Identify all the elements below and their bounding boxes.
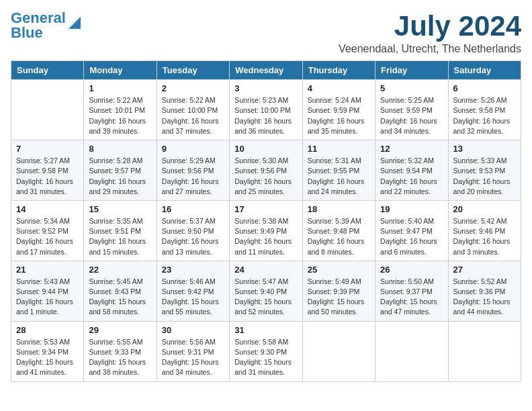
logo-arrow-icon bbox=[67, 15, 82, 30]
day-number: 25 bbox=[308, 265, 370, 275]
calendar-cell: 18Sunrise: 5:39 AM Sunset: 9:48 PM Dayli… bbox=[302, 200, 375, 261]
day-number: 27 bbox=[453, 265, 516, 275]
day-info: Sunrise: 5:39 AM Sunset: 9:48 PM Dayligh… bbox=[308, 216, 370, 257]
calendar-cell: 20Sunrise: 5:42 AM Sunset: 9:46 PM Dayli… bbox=[448, 200, 521, 261]
day-info: Sunrise: 5:47 AM Sunset: 9:40 PM Dayligh… bbox=[234, 277, 297, 318]
col-sunday: Sunday bbox=[11, 61, 84, 80]
calendar-cell: 10Sunrise: 5:30 AM Sunset: 9:56 PM Dayli… bbox=[230, 140, 302, 201]
day-number: 5 bbox=[380, 83, 443, 93]
col-saturday: Saturday bbox=[448, 61, 521, 80]
calendar-week-row: 14Sunrise: 5:34 AM Sunset: 9:52 PM Dayli… bbox=[11, 200, 521, 261]
day-number: 26 bbox=[380, 265, 443, 275]
day-info: Sunrise: 5:22 AM Sunset: 10:01 PM Daylig… bbox=[89, 95, 151, 136]
day-number: 4 bbox=[308, 83, 370, 93]
day-info: Sunrise: 5:38 AM Sunset: 9:49 PM Dayligh… bbox=[234, 216, 297, 257]
title-block: July 2024 Veenendaal, Utrecht, The Nethe… bbox=[339, 11, 521, 55]
calendar-cell bbox=[448, 321, 521, 381]
calendar-cell: 8Sunrise: 5:28 AM Sunset: 9:57 PM Daylig… bbox=[84, 140, 157, 201]
calendar-cell: 30Sunrise: 5:56 AM Sunset: 9:31 PM Dayli… bbox=[157, 321, 229, 381]
calendar-cell: 9Sunrise: 5:29 AM Sunset: 9:56 PM Daylig… bbox=[157, 140, 229, 201]
calendar-cell: 12Sunrise: 5:32 AM Sunset: 9:54 PM Dayli… bbox=[375, 140, 448, 201]
day-number: 31 bbox=[234, 325, 297, 335]
day-info: Sunrise: 5:28 AM Sunset: 9:57 PM Dayligh… bbox=[89, 156, 151, 197]
day-info: Sunrise: 5:32 AM Sunset: 9:54 PM Dayligh… bbox=[380, 156, 443, 197]
calendar-cell: 21Sunrise: 5:43 AM Sunset: 9:44 PM Dayli… bbox=[11, 261, 84, 321]
calendar-cell: 27Sunrise: 5:52 AM Sunset: 9:36 PM Dayli… bbox=[448, 261, 521, 321]
calendar-week-row: 21Sunrise: 5:43 AM Sunset: 9:44 PM Dayli… bbox=[11, 261, 521, 321]
calendar-table: Sunday Monday Tuesday Wednesday Thursday… bbox=[11, 60, 521, 381]
day-info: Sunrise: 5:50 AM Sunset: 9:37 PM Dayligh… bbox=[380, 277, 443, 318]
calendar-header-row: Sunday Monday Tuesday Wednesday Thursday… bbox=[11, 61, 521, 80]
day-number: 7 bbox=[16, 144, 79, 154]
col-monday: Monday bbox=[84, 61, 157, 80]
day-info: Sunrise: 5:30 AM Sunset: 9:56 PM Dayligh… bbox=[234, 156, 297, 197]
day-number: 28 bbox=[16, 325, 79, 335]
day-info: Sunrise: 5:40 AM Sunset: 9:47 PM Dayligh… bbox=[380, 216, 443, 257]
day-info: Sunrise: 5:43 AM Sunset: 9:44 PM Dayligh… bbox=[16, 277, 79, 318]
day-info: Sunrise: 5:42 AM Sunset: 9:46 PM Dayligh… bbox=[453, 216, 516, 257]
day-info: Sunrise: 5:33 AM Sunset: 9:53 PM Dayligh… bbox=[453, 156, 516, 197]
day-number: 29 bbox=[89, 325, 151, 335]
calendar-cell bbox=[11, 80, 84, 140]
calendar-cell: 11Sunrise: 5:31 AM Sunset: 9:55 PM Dayli… bbox=[302, 140, 375, 201]
calendar-week-row: 28Sunrise: 5:53 AM Sunset: 9:34 PM Dayli… bbox=[11, 321, 521, 381]
calendar-cell: 26Sunrise: 5:50 AM Sunset: 9:37 PM Dayli… bbox=[375, 261, 448, 321]
col-friday: Friday bbox=[375, 61, 448, 80]
day-info: Sunrise: 5:55 AM Sunset: 9:33 PM Dayligh… bbox=[89, 337, 151, 378]
calendar-cell: 24Sunrise: 5:47 AM Sunset: 9:40 PM Dayli… bbox=[230, 261, 302, 321]
calendar-cell: 15Sunrise: 5:35 AM Sunset: 9:51 PM Dayli… bbox=[84, 200, 157, 261]
calendar-cell: 16Sunrise: 5:37 AM Sunset: 9:50 PM Dayli… bbox=[157, 200, 229, 261]
page-header: GeneralBlue July 2024 Veenendaal, Utrech… bbox=[11, 11, 521, 55]
day-number: 15 bbox=[89, 204, 151, 214]
day-number: 10 bbox=[234, 144, 297, 154]
calendar-cell: 23Sunrise: 5:46 AM Sunset: 9:42 PM Dayli… bbox=[157, 261, 229, 321]
day-info: Sunrise: 5:46 AM Sunset: 9:42 PM Dayligh… bbox=[162, 277, 224, 318]
day-info: Sunrise: 5:26 AM Sunset: 9:58 PM Dayligh… bbox=[453, 95, 516, 136]
day-info: Sunrise: 5:23 AM Sunset: 10:00 PM Daylig… bbox=[234, 95, 297, 136]
day-number: 3 bbox=[234, 83, 297, 93]
day-info: Sunrise: 5:56 AM Sunset: 9:31 PM Dayligh… bbox=[162, 337, 224, 378]
col-tuesday: Tuesday bbox=[157, 61, 229, 80]
logo-text: GeneralBlue bbox=[11, 11, 66, 40]
day-info: Sunrise: 5:35 AM Sunset: 9:51 PM Dayligh… bbox=[89, 216, 151, 257]
day-number: 30 bbox=[162, 325, 224, 335]
calendar-cell: 5Sunrise: 5:25 AM Sunset: 9:59 PM Daylig… bbox=[375, 80, 448, 140]
day-info: Sunrise: 5:22 AM Sunset: 10:00 PM Daylig… bbox=[162, 95, 224, 136]
day-number: 19 bbox=[380, 204, 443, 214]
calendar-cell: 4Sunrise: 5:24 AM Sunset: 9:59 PM Daylig… bbox=[302, 80, 375, 140]
calendar-cell: 17Sunrise: 5:38 AM Sunset: 9:49 PM Dayli… bbox=[230, 200, 302, 261]
calendar-week-row: 7Sunrise: 5:27 AM Sunset: 9:58 PM Daylig… bbox=[11, 140, 521, 201]
calendar-cell: 22Sunrise: 5:45 AM Sunset: 9:43 PM Dayli… bbox=[84, 261, 157, 321]
svg-marker-0 bbox=[69, 17, 81, 29]
day-info: Sunrise: 5:24 AM Sunset: 9:59 PM Dayligh… bbox=[308, 95, 370, 136]
day-info: Sunrise: 5:25 AM Sunset: 9:59 PM Dayligh… bbox=[380, 95, 443, 136]
day-info: Sunrise: 5:31 AM Sunset: 9:55 PM Dayligh… bbox=[308, 156, 370, 197]
day-info: Sunrise: 5:49 AM Sunset: 9:39 PM Dayligh… bbox=[308, 277, 370, 318]
day-info: Sunrise: 5:45 AM Sunset: 9:43 PM Dayligh… bbox=[89, 277, 151, 318]
day-number: 9 bbox=[162, 144, 224, 154]
day-number: 22 bbox=[89, 265, 151, 275]
day-number: 12 bbox=[380, 144, 443, 154]
day-info: Sunrise: 5:58 AM Sunset: 9:30 PM Dayligh… bbox=[234, 337, 297, 378]
day-number: 13 bbox=[453, 144, 516, 154]
calendar-cell: 28Sunrise: 5:53 AM Sunset: 9:34 PM Dayli… bbox=[11, 321, 84, 381]
calendar-cell bbox=[375, 321, 448, 381]
calendar-cell: 2Sunrise: 5:22 AM Sunset: 10:00 PM Dayli… bbox=[157, 80, 229, 140]
day-number: 2 bbox=[162, 83, 224, 93]
day-number: 11 bbox=[308, 144, 370, 154]
day-number: 14 bbox=[16, 204, 79, 214]
day-number: 6 bbox=[453, 83, 516, 93]
calendar-cell: 14Sunrise: 5:34 AM Sunset: 9:52 PM Dayli… bbox=[11, 200, 84, 261]
month-title: July 2024 bbox=[339, 11, 521, 42]
calendar-cell: 31Sunrise: 5:58 AM Sunset: 9:30 PM Dayli… bbox=[230, 321, 302, 381]
day-info: Sunrise: 5:52 AM Sunset: 9:36 PM Dayligh… bbox=[453, 277, 516, 318]
calendar-cell: 7Sunrise: 5:27 AM Sunset: 9:58 PM Daylig… bbox=[11, 140, 84, 201]
day-number: 21 bbox=[16, 265, 79, 275]
calendar-cell: 3Sunrise: 5:23 AM Sunset: 10:00 PM Dayli… bbox=[230, 80, 302, 140]
day-info: Sunrise: 5:29 AM Sunset: 9:56 PM Dayligh… bbox=[162, 156, 224, 197]
day-info: Sunrise: 5:34 AM Sunset: 9:52 PM Dayligh… bbox=[16, 216, 79, 257]
calendar-cell: 6Sunrise: 5:26 AM Sunset: 9:58 PM Daylig… bbox=[448, 80, 521, 140]
day-number: 18 bbox=[308, 204, 370, 214]
calendar-week-row: 1Sunrise: 5:22 AM Sunset: 10:01 PM Dayli… bbox=[11, 80, 521, 140]
day-info: Sunrise: 5:37 AM Sunset: 9:50 PM Dayligh… bbox=[162, 216, 224, 257]
